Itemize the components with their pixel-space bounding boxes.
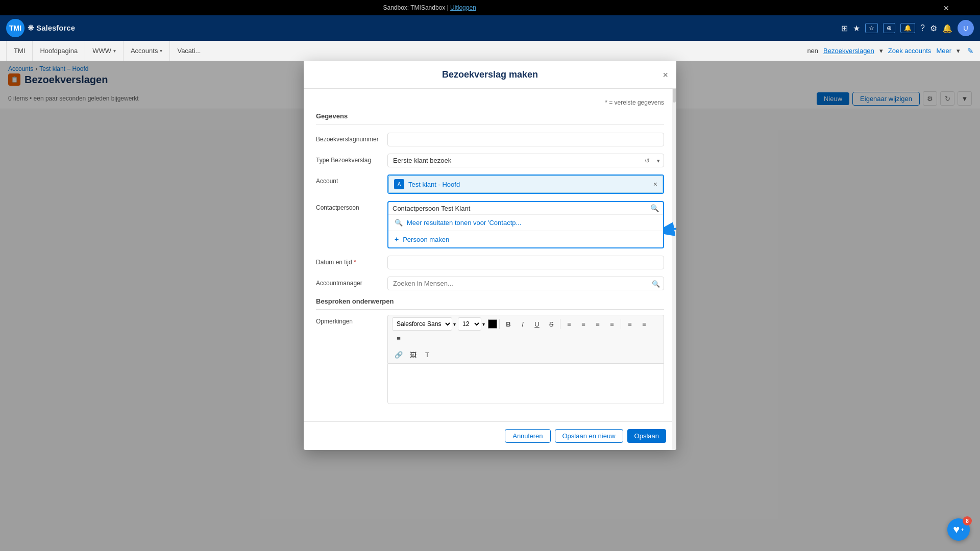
toolbar-divider2 [560,319,560,329]
meer-chevron: ▾ [957,47,960,55]
font-size-select[interactable]: 12 [458,317,481,331]
contact-search-input[interactable] [393,205,650,212]
type-select-container: Eerste klant bezoek ↺ ▾ [387,154,664,167]
search-icon-small: 🔍 [395,219,403,227]
logout-link[interactable]: Uitloggen [450,4,476,11]
editor-body[interactable] [387,363,664,404]
contactpersoon-wrap: 🔍 🔍 Meer resultaten tonen voor 'Contactp… [387,201,664,248]
nav-button3[interactable]: 🔔 [900,23,915,33]
modal-header: Bezoekverslag maken × [304,61,676,89]
nummer-input-wrap [387,133,664,146]
contact-create-label: Persoon maken [403,236,449,243]
tab-hoofdpagina[interactable]: Hoofdpagina [33,41,85,61]
account-label: Account [316,174,387,185]
meer-btn[interactable]: Meer [936,47,951,55]
tab-www-label: WWW [92,47,111,55]
strikethrough-button[interactable]: S [545,317,558,331]
color-swatch[interactable] [488,319,497,329]
underline-button[interactable]: U [530,317,544,331]
image-button[interactable]: 🖼 [406,348,420,361]
account-header: A Test klant - Hoofd × [388,176,663,193]
form-row-accountmanager: Accountmanager 🔍 [316,277,664,290]
modal-title: Bezoekverslag maken [442,69,538,80]
edit-icon[interactable]: ✎ [967,46,974,56]
accountmanager-input-container: 🔍 [387,277,664,290]
datum-input[interactable] [387,256,664,269]
modal-close-button[interactable]: × [663,69,668,80]
brand-name: ❋ Salesforce [28,23,75,33]
opslaan-nieuw-button[interactable]: Opslaan en nieuw [555,429,623,443]
modal-scrollbar[interactable] [672,61,676,450]
grid-icon[interactable]: ⊞ [841,23,848,33]
nummer-label: Bezoekverslagnummer [316,133,387,143]
tab-tmi[interactable]: TMI [6,41,33,61]
plus-icon: + [395,235,399,243]
link-button[interactable]: 🔗 [392,348,405,361]
gear-icon[interactable]: ⚙ [930,23,937,33]
chevron-down-icon: ▾ [113,48,116,54]
nummer-input[interactable] [387,133,664,146]
zoek-accounts-btn[interactable]: Zoek accounts [888,47,932,55]
sandbox-text: Sandbox: TMISandbox | [383,4,448,11]
accountmanager-label: Accountmanager [316,277,387,287]
topbar-close-icon[interactable]: ✕ [943,4,949,12]
accountmanager-search-icon[interactable]: 🔍 [652,280,660,287]
account-lookup-wrap: A Test klant - Hoofd × [387,174,664,194]
type-select[interactable]: Eerste klant bezoek [387,154,664,167]
sf-logo: TMI ❋ Salesforce [6,19,75,37]
accountmanager-wrap: 🔍 [387,277,664,290]
align-right-button[interactable]: ≡ [392,332,405,345]
salesforce-nav: TMI ❋ Salesforce ⊞ ★ ☆ ⊕ 🔔 ? ⚙ 🔔 U [0,15,980,41]
align-center-button[interactable]: ≡ [638,317,651,331]
tab-www[interactable]: WWW ▾ [85,41,124,61]
heart-icon: ♥ [953,523,960,536]
accountmanager-input[interactable] [387,277,664,290]
reset-icon[interactable]: ↺ [645,157,650,164]
annuleren-button[interactable]: Annuleren [505,429,550,443]
tab-accounts[interactable]: Accounts ▾ [124,41,170,61]
nav-button1[interactable]: ☆ [865,23,878,33]
italic-button[interactable]: I [516,317,529,331]
bezoekverslagen-tab[interactable]: Bezoekverslagen [823,47,874,55]
account-name: Test klant - Hoofd [408,181,460,188]
help-icon[interactable]: ? [920,23,925,33]
star-icon[interactable]: ★ [853,23,860,33]
plus-chat-icon: + [961,527,964,533]
font-family-select[interactable]: Salesforce Sans [392,317,452,331]
contact-search-icon[interactable]: 🔍 [650,204,659,212]
opmerkingen-wrap: Salesforce Sans ▾ 12 ▾ B I U [387,315,664,404]
app-tabs-right: nen Bezoekverslagen ▾ Zoek accounts Meer… [807,46,974,56]
toolbar-row-break [392,346,659,347]
contact-more-results-item[interactable]: 🔍 Meer resultaten tonen voor 'Contactp..… [388,215,663,231]
sf-nav-right: ⊞ ★ ☆ ⊕ 🔔 ? ⚙ 🔔 U [841,20,974,36]
tab-vacati[interactable]: Vacati... [170,41,208,61]
opmerkingen-label: Opmerkingen [316,315,387,325]
indent-button[interactable]: ≡ [591,317,604,331]
outdent-button[interactable]: ≡ [605,317,619,331]
user-avatar[interactable]: U [958,20,974,36]
tab-vacati-label: Vacati... [177,47,201,55]
contact-create-item[interactable]: + Persoon maken [388,231,663,247]
editor-toolbar: Salesforce Sans ▾ 12 ▾ B I U [387,315,664,363]
modal-body: * = vereiste gegevens Gegevens Bezoekver… [304,89,676,421]
type-label: Type Bezoekverslag [316,154,387,164]
type-select-wrap: Eerste klant bezoek ↺ ▾ [387,154,664,167]
list-ol-button[interactable]: ≡ [577,317,590,331]
required-hint: * = vereiste gegevens [316,99,664,106]
modal-bezoekverslag: Bezoekverslag maken × * = vereiste gegev… [304,61,676,450]
toolbar-divider3 [621,319,621,329]
chat-widget[interactable]: ♥ + 8 [947,518,970,541]
form-row-contact: Contactpersoon 🔍 🔍 Meer resultaten tone [316,201,664,248]
section-gegevens: Gegevens [316,112,664,124]
nav-button2[interactable]: ⊕ [883,23,895,33]
special-button[interactable]: T [421,348,434,361]
account-close-icon[interactable]: × [653,180,657,188]
list-ul-button[interactable]: ≡ [562,317,576,331]
bell-icon[interactable]: 🔔 [942,23,952,33]
align-left-button[interactable]: ≡ [623,317,636,331]
contact-input-row: 🔍 [388,202,663,215]
opslaan-button[interactable]: Opslaan [627,429,666,443]
datum-label: Datum en tijd [316,256,387,266]
toolbar-divider1 [499,319,500,329]
bold-button[interactable]: B [502,317,515,331]
